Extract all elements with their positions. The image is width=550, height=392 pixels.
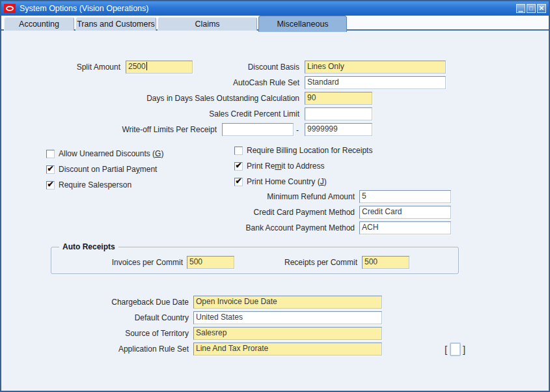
text-cursor xyxy=(146,62,147,70)
tab-accounting[interactable]: Accounting xyxy=(4,17,74,31)
writeoff-range-separator: - xyxy=(296,126,299,135)
credit-card-payment-method-label: Credit Card Payment Method xyxy=(238,206,355,219)
minimum-refund-amount-field[interactable]: 5 xyxy=(359,190,451,203)
credit-card-payment-method-value: Credit Card xyxy=(362,207,402,216)
checkbox-label: Print Remit to Address xyxy=(247,161,324,171)
close-button[interactable]: ✕ xyxy=(537,4,546,13)
checkbox-box: ✔ xyxy=(46,165,55,174)
invoices-per-commit-value: 500 xyxy=(189,257,202,266)
writeoff-limit-low-field[interactable] xyxy=(222,123,294,136)
close-icon: ✕ xyxy=(539,5,544,12)
source-of-territory-label: Source of Territory xyxy=(111,327,189,340)
chargeback-due-date-field[interactable]: Open Invoice Due Date xyxy=(193,296,382,309)
default-country-value: United States xyxy=(196,313,243,322)
checkbox-label: Require Salesperson xyxy=(59,180,131,189)
invoices-per-commit-field[interactable]: 500 xyxy=(187,256,234,269)
receipts-per-commit-label: Receipts per Commit xyxy=(273,256,357,269)
minimize-icon: ▁ xyxy=(519,6,523,12)
checkbox-print-remit-to-address[interactable]: ✔ Print Remit to Address xyxy=(234,161,324,171)
checkbox-allow-unearned-discounts[interactable]: Allow Unearned Discounts (G) xyxy=(46,149,163,158)
split-amount-field[interactable]: 2500 xyxy=(126,61,193,74)
checkbox-require-billing-location[interactable]: Require Billing Location for Receipts xyxy=(234,146,372,155)
checkbox-label: Allow Unearned Discounts (G) xyxy=(59,149,163,158)
chargeback-due-date-label: Chargeback Due Date xyxy=(104,296,189,309)
checkbox-discount-on-partial-payment[interactable]: ✔ Discount on Partial Payment xyxy=(46,165,157,174)
discount-basis-value: Lines Only xyxy=(307,62,344,71)
tab-claims[interactable]: Claims xyxy=(158,17,257,31)
application-rule-set-label: Application Rule Set xyxy=(107,343,189,356)
application-rule-set-value: Line And Tax Prorate xyxy=(196,344,268,353)
chargeback-due-date-value: Open Invoice Due Date xyxy=(196,297,277,306)
autocash-rule-set-value: Standard xyxy=(307,77,339,87)
flexfield-close-bracket: ] xyxy=(463,343,465,356)
tab-strip: Accounting Trans and Customers Claims Mi… xyxy=(1,16,549,31)
tab-miscellaneous[interactable]: Miscellaneous xyxy=(258,16,347,32)
maximize-icon: □ xyxy=(529,6,532,12)
miscellaneous-tab-page: Split Amount 2500 Discount Basis Lines O… xyxy=(1,31,549,391)
maximize-button[interactable]: □ xyxy=(527,4,536,13)
checkbox-box: ✔ xyxy=(234,178,243,186)
checkbox-label: Require Billing Location for Receipts xyxy=(247,146,372,155)
autocash-rule-set-label: AutoCash Rule Set xyxy=(213,76,299,89)
dso-days-label: Days in Days Sales Outstanding Calculati… xyxy=(90,92,299,105)
checkbox-box: ✔ xyxy=(234,162,243,171)
application-rule-set-field[interactable]: Line And Tax Prorate xyxy=(193,343,382,356)
checkbox-box xyxy=(234,147,243,155)
checkbox-box xyxy=(46,150,55,158)
bank-account-payment-method-field[interactable]: ACH xyxy=(359,221,451,234)
bank-account-payment-method-value: ACH xyxy=(362,223,378,232)
oracle-logo-icon xyxy=(4,4,16,13)
discount-basis-field[interactable]: Lines Only xyxy=(305,61,446,74)
dso-days-field[interactable]: 90 xyxy=(305,92,372,105)
checkbox-label: Print Home Country (J) xyxy=(247,177,327,186)
sales-credit-percent-limit-field[interactable] xyxy=(305,107,372,120)
source-of-territory-field[interactable]: Salesrep xyxy=(193,327,382,340)
check-mark-icon: ✔ xyxy=(235,162,241,169)
window-controls: ▁ □ ✕ xyxy=(516,4,546,13)
tab-trans-and-customers[interactable]: Trans and Customers xyxy=(76,17,156,31)
writeoff-limit-high-field[interactable]: 9999999 xyxy=(305,123,372,136)
invoices-per-commit-label: Invoices per Commit xyxy=(98,256,183,269)
dso-days-value: 90 xyxy=(307,93,316,102)
minimum-refund-amount-label: Minimum Refund Amount xyxy=(251,190,355,203)
check-mark-icon: ✔ xyxy=(235,178,241,184)
minimize-button[interactable]: ▁ xyxy=(516,4,525,13)
receipts-per-commit-value: 500 xyxy=(364,257,378,266)
writeoff-limit-high-value: 9999999 xyxy=(307,124,338,133)
check-mark-icon: ✔ xyxy=(47,165,53,172)
checkbox-require-salesperson[interactable]: ✔ Require Salesperson xyxy=(46,180,131,189)
checkbox-print-home-country[interactable]: ✔ Print Home Country (J) xyxy=(234,177,327,186)
auto-receipts-legend: Auto Receipts xyxy=(59,242,118,251)
flexfield-input[interactable] xyxy=(450,343,461,356)
source-of-territory-value: Salesrep xyxy=(196,328,227,337)
checkbox-label: Discount on Partial Payment xyxy=(59,165,157,174)
writeoff-limits-label: Write-off Limits Per Receipt xyxy=(100,123,217,136)
flexfield-open-bracket: [ xyxy=(445,343,447,356)
split-amount-label: Split Amount xyxy=(55,61,120,74)
split-amount-value: 2500 xyxy=(128,62,146,71)
title-bar: System Options (Vision Operations) ▁ □ ✕ xyxy=(1,1,549,16)
minimum-refund-amount-value: 5 xyxy=(362,191,366,201)
credit-card-payment-method-field[interactable]: Credit Card xyxy=(359,206,451,219)
check-mark-icon: ✔ xyxy=(47,181,53,188)
default-country-field[interactable]: United States xyxy=(193,311,382,324)
sales-credit-percent-limit-label: Sales Credit Percent Limit xyxy=(195,107,299,120)
system-options-window: System Options (Vision Operations) ▁ □ ✕… xyxy=(0,0,550,392)
receipts-per-commit-field[interactable]: 500 xyxy=(362,256,409,269)
discount-basis-label: Discount Basis xyxy=(220,61,299,74)
autocash-rule-set-field[interactable]: Standard xyxy=(305,76,446,89)
bank-account-payment-method-label: Bank Account Payment Method xyxy=(229,221,355,234)
default-country-label: Default Country xyxy=(117,311,189,324)
checkbox-box: ✔ xyxy=(46,181,55,189)
window-title: System Options (Vision Operations) xyxy=(20,4,516,13)
